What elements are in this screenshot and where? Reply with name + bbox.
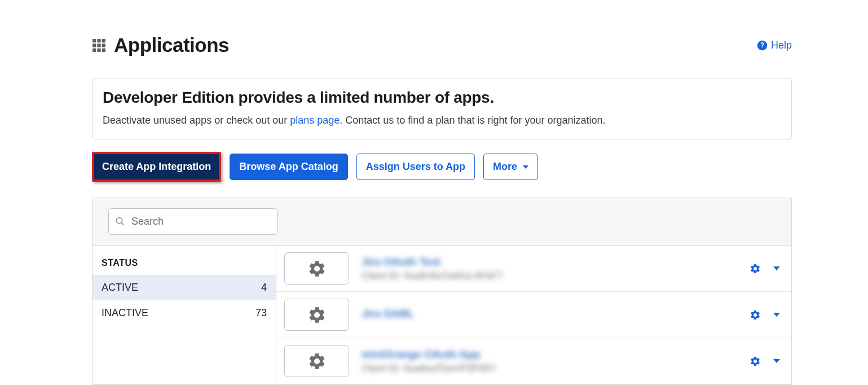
svg-rect-8 <box>102 48 105 51</box>
assign-users-button[interactable]: Assign Users to App <box>356 154 475 180</box>
row-settings-icon[interactable] <box>750 309 761 321</box>
svg-rect-6 <box>92 48 96 51</box>
app-row[interactable]: miniOrange OAuth App Client ID: 0oa8wcfT… <box>276 338 791 384</box>
svg-rect-0 <box>92 39 96 42</box>
create-app-integration-button[interactable]: Create App Integration <box>92 152 221 182</box>
search-input[interactable] <box>108 208 277 235</box>
app-subtext: Client ID: 0oa8cNvOwRoLAPeF7 <box>362 270 737 282</box>
svg-rect-4 <box>97 43 100 47</box>
help-link[interactable]: ? Help <box>757 40 792 51</box>
app-name[interactable]: miniOrange OAuth App <box>362 348 737 361</box>
row-menu-caret-icon[interactable] <box>773 266 780 270</box>
status-header: STATUS <box>92 246 276 275</box>
app-name[interactable]: Jira OAuth Test <box>362 256 737 268</box>
apps-grid-icon <box>92 38 106 53</box>
help-label: Help <box>771 40 792 51</box>
app-icon-box <box>284 252 349 285</box>
help-icon: ? <box>757 40 768 51</box>
more-button[interactable]: More <box>483 154 538 180</box>
status-sidebar: STATUS ACTIVE 4 INACTIVE 73 <box>92 246 276 384</box>
app-row[interactable]: Jira SAML <box>276 292 791 338</box>
svg-rect-2 <box>102 39 105 42</box>
sidebar-item-label: ACTIVE <box>102 282 138 294</box>
svg-point-11 <box>116 217 122 224</box>
app-list: Jira OAuth Test Client ID: 0oa8cNvOwRoLA… <box>276 246 791 384</box>
svg-rect-3 <box>92 43 96 47</box>
row-menu-caret-icon[interactable] <box>773 313 780 317</box>
applications-panel: STATUS ACTIVE 4 INACTIVE 73 Jira OAuth T… <box>92 198 792 385</box>
sidebar-item-inactive[interactable]: INACTIVE 73 <box>92 300 276 326</box>
gear-icon <box>307 352 327 371</box>
limits-banner: Developer Edition provides a limited num… <box>92 78 792 139</box>
banner-title: Developer Edition provides a limited num… <box>103 89 781 107</box>
app-name[interactable]: Jira SAML <box>362 308 737 320</box>
svg-rect-7 <box>97 48 100 51</box>
search-icon <box>115 216 125 226</box>
row-settings-icon[interactable] <box>750 263 761 274</box>
svg-rect-5 <box>102 43 105 47</box>
banner-subtext: Deactivate unused apps or check out our … <box>103 115 781 126</box>
row-menu-caret-icon[interactable] <box>773 359 780 363</box>
app-subtext: Client ID: 0oa8wcfTseVP3F0R7 <box>362 363 737 374</box>
gear-icon <box>307 305 327 325</box>
sidebar-item-count: 73 <box>255 307 267 319</box>
app-row[interactable]: Jira OAuth Test Client ID: 0oa8cNvOwRoLA… <box>276 246 791 292</box>
app-icon-box <box>284 299 349 331</box>
caret-down-icon <box>523 165 528 169</box>
svg-text:?: ? <box>760 41 764 49</box>
row-settings-icon[interactable] <box>750 356 761 367</box>
svg-line-12 <box>122 223 124 225</box>
sidebar-item-active[interactable]: ACTIVE 4 <box>92 275 276 300</box>
sidebar-item-count: 4 <box>261 282 267 294</box>
gear-icon <box>307 259 327 278</box>
page-title: Applications <box>114 34 229 56</box>
browse-app-catalog-button[interactable]: Browse App Catalog <box>230 154 347 180</box>
plans-page-link[interactable]: plans page <box>290 115 340 126</box>
sidebar-item-label: INACTIVE <box>102 307 148 319</box>
svg-rect-1 <box>97 39 100 42</box>
app-icon-box <box>284 345 349 377</box>
